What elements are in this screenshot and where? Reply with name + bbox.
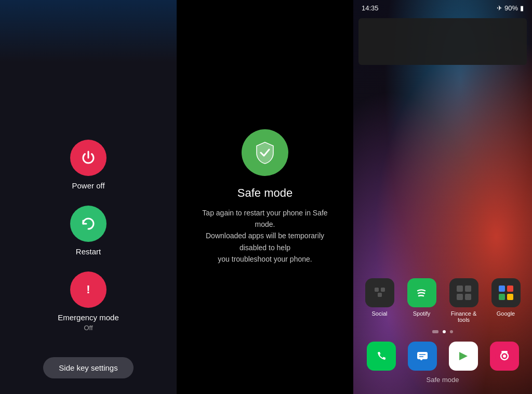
dock-camera[interactable] — [486, 342, 523, 371]
svg-rect-25 — [501, 351, 508, 353]
google-label: Google — [497, 310, 515, 317]
phone-content: Social Spotify — [353, 67, 532, 394]
emergency-label: Emergency mode — [58, 313, 119, 322]
restart-icon-circle — [70, 206, 107, 242]
svg-rect-18 — [417, 352, 428, 359]
notification-bar — [358, 18, 527, 65]
background-hint — [0, 0, 177, 62]
restart-option[interactable]: Restart — [70, 206, 107, 256]
app-dock — [353, 337, 532, 373]
svg-text:!: ! — [86, 283, 90, 296]
emergency-icon: ! — [79, 281, 97, 298]
svg-rect-11 — [465, 294, 471, 300]
social-app-icon — [370, 283, 389, 302]
status-icons: ✈ 90% ▮ — [497, 4, 524, 12]
app-spotify[interactable]: Spotify — [403, 278, 441, 323]
safe-mode-title: Safe mode — [237, 186, 292, 200]
app-social[interactable]: Social — [361, 278, 398, 323]
safe-mode-icon-circle — [242, 129, 288, 176]
camera-icon — [495, 347, 514, 365]
dock-phone[interactable] — [363, 342, 400, 371]
emergency-sublabel: Off — [84, 324, 92, 332]
google-icon — [491, 278, 521, 307]
play-store-app-icon — [454, 347, 473, 365]
svg-rect-14 — [499, 294, 505, 300]
dot-active — [443, 330, 446, 333]
svg-rect-12 — [499, 286, 505, 292]
power-off-option[interactable]: Power off — [70, 140, 107, 190]
app-finance[interactable]: Finance & tools — [445, 278, 483, 323]
messages-chat-icon — [413, 347, 432, 365]
power-off-label: Power off — [72, 181, 104, 190]
svg-rect-9 — [465, 286, 471, 292]
spotify-icon — [407, 278, 436, 307]
svg-rect-8 — [457, 286, 463, 292]
power-off-icon — [79, 149, 97, 167]
dock-play[interactable] — [445, 342, 482, 371]
airplane-icon: ✈ — [497, 4, 502, 12]
app-grid: Social Spotify — [353, 273, 532, 326]
status-time: 14:35 — [362, 4, 379, 12]
safe-mode-panel[interactable]: Safe mode Tap again to restart your phon… — [177, 0, 353, 394]
status-bar: 14:35 ✈ 90% ▮ — [353, 0, 532, 16]
page-dots — [353, 330, 532, 333]
battery-icon: ▮ — [520, 4, 524, 12]
svg-rect-15 — [507, 294, 513, 300]
dot-lines — [432, 330, 438, 333]
svg-rect-4 — [375, 288, 379, 292]
battery-level: 90% — [504, 4, 518, 12]
finance-app-icon — [455, 283, 473, 302]
svg-point-24 — [503, 355, 506, 358]
app-google[interactable]: Google — [487, 278, 525, 323]
play-store-icon — [449, 342, 478, 371]
social-label: Social — [372, 310, 388, 317]
restart-icon — [79, 215, 97, 233]
dock-messages[interactable] — [404, 342, 441, 371]
finance-label: Finance & tools — [445, 310, 483, 323]
restart-label: Restart — [76, 247, 101, 256]
emergency-icon-circle: ! — [70, 271, 107, 308]
social-icon — [365, 278, 394, 307]
power-options-list: Power off Restart ! Emergency mode Off — [58, 140, 119, 332]
side-key-settings-button[interactable]: Side key settings — [43, 357, 133, 378]
phone-panel: 14:35 ✈ 90% ▮ So — [353, 0, 532, 394]
svg-rect-13 — [507, 286, 513, 292]
finance-icon — [449, 278, 478, 307]
phone-dial-icon — [372, 347, 391, 365]
messages-app-icon — [408, 342, 437, 371]
safe-mode-bottom-label: Safe mode — [353, 373, 532, 389]
svg-rect-6 — [378, 293, 382, 297]
svg-point-16 — [372, 347, 391, 365]
google-app-icon — [497, 283, 515, 302]
power-panel: Power off Restart ! Emergency mode Off S… — [0, 0, 177, 394]
spotify-app-icon — [413, 283, 431, 302]
phone-app-icon — [367, 342, 396, 371]
emergency-option[interactable]: ! Emergency mode Off — [58, 271, 119, 332]
spotify-label: Spotify — [413, 310, 431, 317]
svg-rect-10 — [457, 294, 463, 300]
camera-app-icon — [490, 342, 519, 371]
power-off-icon-circle — [70, 140, 107, 176]
shield-check-icon — [252, 140, 277, 165]
dot-inactive — [450, 330, 453, 333]
svg-rect-5 — [381, 288, 385, 292]
safe-mode-description: Tap again to restart your phone in Safe … — [197, 207, 332, 265]
